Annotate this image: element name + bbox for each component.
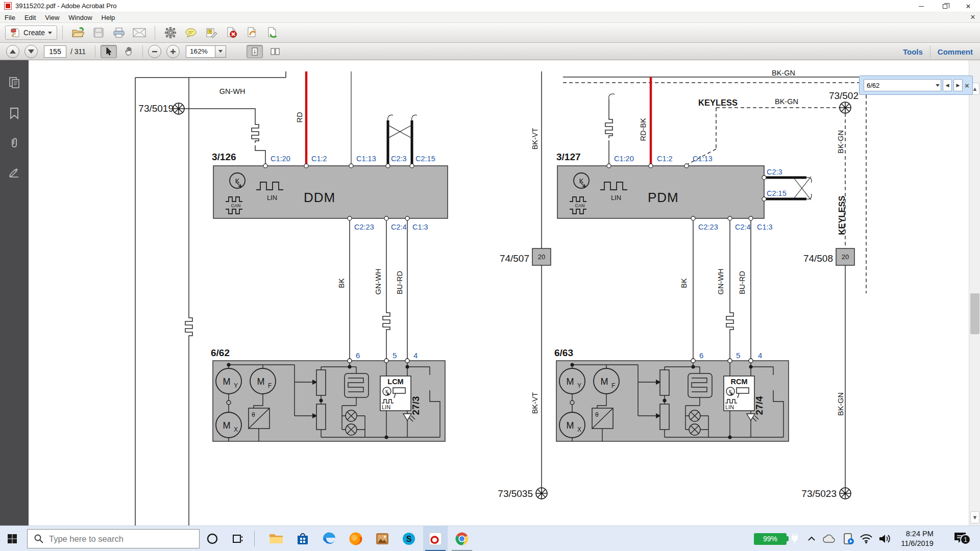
main-toolbar: Create T bbox=[0, 23, 980, 43]
zoom-in-button[interactable] bbox=[166, 45, 180, 58]
hand-tool-button[interactable] bbox=[121, 45, 137, 58]
select-tool-button[interactable] bbox=[101, 45, 117, 58]
scrolling-mode-button[interactable] bbox=[247, 45, 263, 58]
menu-view[interactable]: View bbox=[40, 12, 64, 23]
taskbar-search-input[interactable] bbox=[49, 534, 187, 544]
cortana-button[interactable] bbox=[200, 526, 225, 551]
wire-color-label: BK-GN bbox=[775, 97, 798, 106]
wire-color-label: BK-GN bbox=[837, 130, 845, 154]
module-block-RCM: MY MF MX θ RCM K LIN 27/4 bbox=[556, 359, 789, 441]
windows-logo-icon bbox=[7, 534, 17, 544]
battery-indicator[interactable]: 99% bbox=[753, 526, 789, 551]
page-thumbnails-icon[interactable] bbox=[8, 77, 20, 89]
wifi-icon[interactable] bbox=[859, 526, 874, 551]
pin-label: C1:20 bbox=[614, 155, 634, 163]
close-button[interactable]: ✕ bbox=[957, 0, 980, 12]
ecu-block-DDM: K CAN LIN DDM bbox=[213, 166, 448, 218]
zoom-dropdown-button[interactable] bbox=[215, 45, 226, 58]
taskbar-clock[interactable]: 8:24 PM 11/6/2019 bbox=[895, 526, 939, 551]
menu-file[interactable]: File bbox=[0, 12, 20, 23]
fit-width-button[interactable] bbox=[267, 45, 283, 58]
taskbar-firefox[interactable] bbox=[344, 526, 368, 551]
taskbar-acrobat[interactable] bbox=[423, 526, 448, 551]
svg-text:M: M bbox=[257, 377, 265, 387]
edge-icon bbox=[322, 531, 337, 546]
comment-tool-button[interactable] bbox=[181, 25, 201, 40]
acrobat-app-icon bbox=[4, 2, 12, 10]
zoom-out-button[interactable] bbox=[148, 45, 161, 58]
pin-label: C1:3 bbox=[412, 223, 428, 231]
extract-page-button[interactable] bbox=[242, 25, 262, 40]
page-up-icon bbox=[10, 49, 16, 54]
connector-pin: 20 bbox=[538, 253, 545, 261]
svg-text:CAN: CAN bbox=[231, 203, 240, 208]
create-dropdown-icon bbox=[48, 32, 52, 34]
find-dropdown-icon[interactable] bbox=[936, 84, 940, 87]
hand-icon bbox=[125, 47, 134, 56]
taskbar-photos[interactable] bbox=[370, 526, 395, 551]
task-view-button[interactable] bbox=[226, 526, 250, 551]
next-page-button[interactable] bbox=[24, 45, 38, 58]
save-icon bbox=[93, 27, 104, 38]
toolbar-close-icon[interactable]: ✕ bbox=[969, 13, 977, 21]
menu-edit[interactable]: Edit bbox=[20, 12, 40, 23]
taskbar-file-explorer[interactable] bbox=[264, 526, 288, 551]
tools-panel-button[interactable]: Tools bbox=[903, 47, 923, 56]
preferences-button[interactable] bbox=[160, 25, 181, 40]
taskbar-edge[interactable] bbox=[317, 526, 341, 551]
wire-color-label: BK bbox=[337, 278, 346, 288]
ground-label: 73/5035 bbox=[498, 488, 533, 499]
taskbar-store[interactable] bbox=[290, 526, 315, 551]
scroll-down-icon[interactable]: ▼ bbox=[970, 511, 979, 523]
pin-label: C2:4 bbox=[391, 223, 407, 231]
menu-help[interactable]: Help bbox=[97, 12, 120, 23]
taskbar-chrome[interactable] bbox=[450, 526, 474, 551]
svg-text:M: M bbox=[567, 420, 574, 431]
attachments-icon[interactable] bbox=[8, 137, 20, 149]
wire-color-label: RD-BK bbox=[639, 118, 647, 141]
component-id: 6/63 bbox=[554, 347, 573, 358]
create-button[interactable]: Create bbox=[5, 26, 57, 40]
menu-window[interactable]: Window bbox=[64, 12, 96, 23]
clock-time: 8:24 PM bbox=[901, 529, 933, 539]
svg-text:θ: θ bbox=[252, 411, 255, 418]
save-button[interactable] bbox=[88, 25, 109, 40]
zoom-level-value[interactable]: 162% bbox=[186, 45, 215, 58]
find-input[interactable] bbox=[864, 80, 930, 91]
previous-page-button[interactable] bbox=[6, 45, 19, 58]
page-number-input[interactable] bbox=[44, 45, 66, 58]
start-button[interactable] bbox=[0, 526, 24, 551]
email-button[interactable] bbox=[129, 25, 150, 40]
volume-icon[interactable] bbox=[877, 526, 892, 551]
component-id: 3/127 bbox=[556, 152, 581, 162]
onedrive-icon[interactable] bbox=[821, 526, 837, 551]
svg-text:DDM: DDM bbox=[304, 190, 335, 205]
taskbar-skype[interactable]: S bbox=[397, 526, 421, 551]
pin-label: C2:3 bbox=[391, 155, 407, 163]
print-button[interactable] bbox=[109, 25, 129, 40]
minimize-button[interactable] bbox=[910, 0, 933, 12]
scrollbar-thumb[interactable] bbox=[970, 293, 979, 334]
open-button[interactable] bbox=[68, 25, 88, 40]
find-next-button[interactable]: ▶ bbox=[953, 79, 963, 91]
bookmarks-icon[interactable] bbox=[8, 107, 20, 119]
svg-text:Y: Y bbox=[577, 382, 581, 389]
delete-page-button[interactable] bbox=[222, 25, 242, 40]
your-phone-icon[interactable] bbox=[841, 526, 855, 551]
hidden-icons-chevron[interactable] bbox=[805, 526, 818, 551]
action-center-button[interactable]: 1 bbox=[951, 526, 969, 551]
taskbar-search-box[interactable] bbox=[27, 529, 200, 548]
text-note-button[interactable]: T bbox=[201, 25, 222, 40]
find-previous-button[interactable]: ◀ bbox=[943, 79, 952, 91]
navigation-toolbar: / 311 162% Tools Comment bbox=[0, 43, 980, 60]
comment-panel-button[interactable]: Comment bbox=[938, 47, 973, 56]
connector-label: 74/508 bbox=[803, 253, 833, 264]
restore-button[interactable] bbox=[933, 0, 957, 12]
find-close-icon[interactable]: × bbox=[965, 81, 969, 90]
create-label: Create bbox=[23, 29, 45, 37]
signatures-icon[interactable] bbox=[8, 166, 20, 179]
document-page[interactable]: K CAN LIN DDM K CAN LIN PDM MY MF MX θ bbox=[29, 60, 969, 525]
vertical-scrollbar[interactable]: ▲ ▼ bbox=[969, 60, 980, 525]
wire-color-label: BK-GN bbox=[772, 69, 795, 77]
export-page-button[interactable] bbox=[262, 25, 283, 40]
